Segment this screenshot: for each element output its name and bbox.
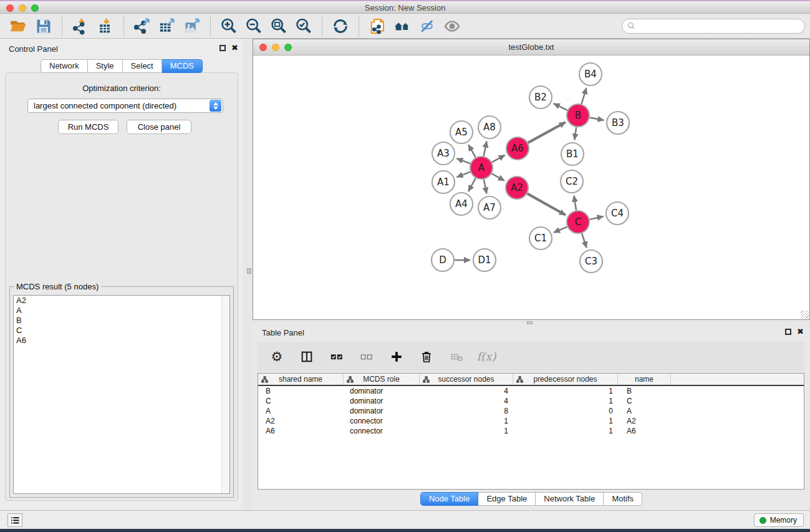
edge-A-A1[interactable] [457,172,471,177]
float-table-panel-icon[interactable] [785,329,791,335]
memory-button[interactable]: Memory [754,513,804,527]
edge-A-A7[interactable] [484,180,487,194]
node-A1[interactable]: A1 [432,171,455,193]
export-network-button[interactable] [130,16,155,37]
show-hide-view-button[interactable] [440,16,465,37]
criterion-dropdown[interactable]: largest connected component (directed) [27,99,223,113]
column-header-successor-nodes[interactable]: successor nodes [420,374,513,385]
import-network-button[interactable] [68,16,93,37]
node-A2[interactable]: A2 [506,177,528,199]
function-builder-button[interactable]: f(x) [478,349,494,365]
tab-node-table[interactable]: Node Table [420,492,479,506]
edge-B-B2[interactable] [554,104,567,110]
export-table-button[interactable] [155,16,180,37]
mcds-result-item[interactable]: A [14,306,229,316]
search-box[interactable] [622,19,805,34]
zoom-out-button[interactable] [241,16,266,37]
node-C4[interactable]: C4 [606,202,629,225]
mcds-result-item[interactable]: A2 [14,296,229,306]
table-cell[interactable]: A6 [618,426,671,436]
table-row[interactable]: Adominator80A [258,406,804,416]
node-B4[interactable]: B4 [579,63,602,85]
column-header-predecessor-nodes[interactable]: predecessor nodes [513,374,618,385]
table-cell[interactable]: 1 [420,426,513,436]
resize-grip-icon[interactable] [801,311,809,319]
mcds-result-list[interactable]: A2ABCA6 [13,295,230,494]
close-panel-icon[interactable]: ✖ [231,45,238,51]
network-canvas[interactable]: AA1A3A5A8A4A7A6A2BB2B4B3B1C2CC1C4C3DD1 [253,56,809,319]
export-image-button[interactable] [180,16,205,37]
tab-edge-table[interactable]: Edge Table [478,492,536,506]
deselect-all-button[interactable] [359,349,375,365]
node-A8[interactable]: A8 [478,116,501,138]
table-row[interactable]: Bdominator41B [258,386,804,396]
tab-select[interactable]: Select [123,59,162,73]
edge-C-C2[interactable] [574,196,576,210]
edge-A2-C[interactable] [528,193,566,215]
node-A5[interactable]: A5 [450,121,473,143]
import-table-button[interactable] [93,16,118,37]
edge-A-A6[interactable] [492,155,505,162]
refresh-view-button[interactable] [328,16,353,37]
run-mcds-button[interactable]: Run MCDS [58,120,118,134]
table-cell[interactable]: B [618,386,671,396]
node-A4[interactable]: A4 [450,193,473,215]
close-panel-button[interactable]: Close panel [127,120,191,134]
edge-A-A2[interactable] [492,173,504,180]
node-C3[interactable]: C3 [580,250,602,273]
table-cell[interactable]: connector [344,416,420,426]
node-A7[interactable]: A7 [478,196,501,219]
table-cell[interactable]: 1 [513,426,618,436]
table-cell[interactable]: A2 [258,416,344,426]
tab-network-table[interactable]: Network Table [536,492,604,506]
home-button[interactable] [390,16,415,37]
zoom-fit-button[interactable] [266,16,291,37]
network-window-titlebar[interactable]: testGlobe.txt [253,39,809,56]
table-cell[interactable]: B [258,386,344,396]
zoom-in-button[interactable] [216,16,241,37]
node-D[interactable]: D [432,249,454,271]
delete-table-button[interactable] [448,349,465,365]
panel-list-button[interactable] [7,513,22,527]
scrollbar-track[interactable] [221,296,229,493]
tab-mcds[interactable]: MCDS [162,59,203,73]
node-B2[interactable]: B2 [529,86,552,109]
edge-C-C3[interactable] [582,233,587,248]
edge-C-C1[interactable] [554,227,567,233]
table-cell[interactable]: 1 [513,396,618,406]
node-A[interactable]: A [470,157,493,179]
select-all-button[interactable] [329,349,345,365]
table-cell[interactable]: A6 [258,426,344,436]
save-session-button[interactable] [31,16,56,37]
table-cell[interactable]: connector [344,426,420,436]
open-session-button[interactable] [6,16,31,37]
edge-A6-B[interactable] [528,122,566,143]
table-cell[interactable]: C [618,396,671,406]
edge-B-B3[interactable] [590,118,604,120]
table-cell[interactable]: 4 [420,386,513,396]
mcds-result-item[interactable]: C [14,326,229,336]
node-B3[interactable]: B3 [607,112,629,134]
table-row[interactable]: Cdominator41C [258,396,804,406]
edge-A-A3[interactable] [457,158,471,163]
column-header-name[interactable]: name [618,374,671,385]
mcds-result-item[interactable]: B [14,316,229,326]
tab-network[interactable]: Network [41,59,88,73]
node-A6[interactable]: A6 [506,137,529,160]
tab-style[interactable]: Style [88,59,123,73]
node-A3[interactable]: A3 [432,142,455,165]
table-cell[interactable]: 1 [513,386,618,396]
duplicate-network-button[interactable] [365,16,390,37]
edge-B-B4[interactable] [582,88,587,104]
node-C[interactable]: C [567,211,589,233]
column-header-shared-name[interactable]: shared name [258,374,344,385]
table-cell[interactable]: 4 [420,396,513,406]
table-cell[interactable]: 8 [420,406,513,416]
mcds-result-item[interactable]: A6 [14,336,229,346]
node-D1[interactable]: D1 [473,249,496,271]
delete-column-button[interactable] [418,349,435,365]
table-cell[interactable]: A2 [618,416,671,426]
table-row[interactable]: A6connector11A6 [258,426,804,436]
table-cell[interactable]: 1 [420,416,513,426]
table-cell[interactable]: 1 [513,416,618,426]
